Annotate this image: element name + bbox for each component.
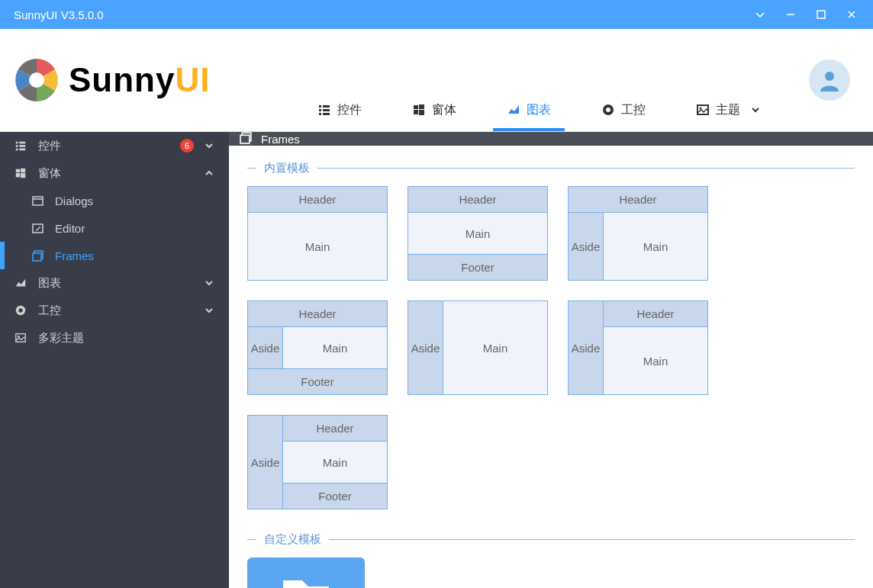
template-header-aside-main[interactable]: Header Aside Main xyxy=(568,186,708,281)
breadcrumb: Frames xyxy=(229,132,873,146)
section-title-label: 内置模板 xyxy=(264,161,310,175)
dash-icon xyxy=(247,168,256,169)
section-title-builtin: 内置模板 xyxy=(247,161,855,175)
tab-industrial[interactable]: 工控 xyxy=(588,92,659,131)
svg-rect-26 xyxy=(21,173,25,178)
image-icon xyxy=(696,103,710,117)
close-button[interactable] xyxy=(836,0,867,29)
tpl-header: Header xyxy=(569,187,707,213)
tab-label: 窗体 xyxy=(432,102,456,118)
svg-rect-36 xyxy=(240,135,250,143)
frames-icon xyxy=(31,249,44,262)
badge: 6 xyxy=(180,139,194,153)
tpl-aside: Aside xyxy=(408,301,443,394)
tpl-main: Main xyxy=(443,301,547,394)
tpl-aside: Aside xyxy=(248,416,283,509)
maximize-button[interactable] xyxy=(806,0,836,29)
title-bar: SunnyUI V3.5.0.0 xyxy=(0,0,873,29)
svg-rect-2 xyxy=(319,105,321,108)
tab-charts[interactable]: 图表 xyxy=(493,92,565,131)
tpl-main: Main xyxy=(283,442,387,483)
window-icon xyxy=(31,194,44,207)
list-icon xyxy=(317,103,331,117)
svg-rect-19 xyxy=(16,145,18,147)
avatar[interactable] xyxy=(809,59,850,101)
image-icon xyxy=(14,331,27,345)
dash-icon xyxy=(247,539,256,540)
list-icon xyxy=(14,139,27,153)
sidebar-item-industrial[interactable]: 工控 xyxy=(0,297,229,324)
tpl-header: Header xyxy=(248,301,387,327)
tpl-main: Main xyxy=(408,213,547,254)
sidebar-item-label: 图表 xyxy=(38,276,194,291)
tpl-aside: Aside xyxy=(569,301,604,394)
svg-rect-4 xyxy=(319,109,321,111)
line-icon xyxy=(329,539,855,540)
sidebar-item-label: 工控 xyxy=(38,304,194,318)
chart-icon xyxy=(507,103,520,117)
edit-icon xyxy=(31,221,44,235)
sidebar-item-label: Frames xyxy=(55,249,215,262)
svg-rect-23 xyxy=(16,169,20,172)
top-tabs: 控件 窗体 图表 工控 主题 xyxy=(304,92,774,131)
tab-controls[interactable]: 控件 xyxy=(304,92,375,131)
tpl-header: Header xyxy=(283,416,387,442)
tpl-header: Header xyxy=(248,187,387,213)
gauge-icon xyxy=(601,103,615,117)
svg-rect-21 xyxy=(16,149,18,151)
svg-rect-9 xyxy=(419,104,424,109)
template-header-main[interactable]: Header Main xyxy=(247,186,388,281)
svg-point-1 xyxy=(29,72,44,88)
folder-window-icon xyxy=(272,573,340,588)
template-aside-header-main-footer[interactable]: Aside Header Main Footer xyxy=(247,415,388,509)
content: Frames 内置模板 Header Main Header Main Foo xyxy=(229,132,873,588)
svg-rect-10 xyxy=(414,110,418,114)
svg-rect-5 xyxy=(323,109,330,111)
template-aside-header-main[interactable]: Aside Header Main xyxy=(568,300,708,395)
sidebar-item-editor[interactable]: Editor xyxy=(0,214,229,242)
sidebar-item-label: Dialogs xyxy=(55,194,215,207)
tpl-footer: Footer xyxy=(248,368,387,394)
sidebar-item-dialogs[interactable]: Dialogs xyxy=(0,187,229,214)
logo: SunnyUI xyxy=(14,57,210,103)
sidebar-item-theme[interactable]: 多彩主题 xyxy=(0,324,229,352)
svg-rect-25 xyxy=(16,173,20,177)
svg-point-13 xyxy=(606,108,610,112)
template-aside-main[interactable]: Aside Main xyxy=(408,300,548,395)
svg-rect-11 xyxy=(419,110,424,115)
tpl-aside: Aside xyxy=(248,327,283,368)
chevron-down-icon xyxy=(205,278,215,288)
sidebar-item-label: 多彩主题 xyxy=(38,331,215,345)
tab-label: 图表 xyxy=(527,102,551,118)
custom-template-tile[interactable] xyxy=(247,557,365,588)
sidebar-item-label: Editor xyxy=(55,222,215,235)
body: 控件 6 窗体 Dialogs Editor xyxy=(0,132,873,588)
svg-rect-0 xyxy=(817,11,825,18)
chart-icon xyxy=(14,276,27,290)
sidebar-item-forms[interactable]: 窗体 xyxy=(0,159,229,187)
logo-mark-icon xyxy=(14,57,60,103)
sidebar-item-charts[interactable]: 图表 xyxy=(0,269,229,297)
tpl-aside: Aside xyxy=(569,213,604,280)
svg-rect-18 xyxy=(19,142,25,144)
dropdown-button[interactable] xyxy=(745,0,775,29)
sidebar-item-controls[interactable]: 控件 6 xyxy=(0,132,229,159)
minimize-button[interactable] xyxy=(775,0,806,29)
tpl-main: Main xyxy=(248,213,387,280)
chevron-up-icon xyxy=(205,169,215,178)
window-title: SunnyUI V3.5.0.0 xyxy=(14,8,104,21)
sidebar-item-label: 窗体 xyxy=(38,166,194,181)
svg-rect-7 xyxy=(323,113,330,115)
svg-rect-20 xyxy=(19,145,25,147)
tab-forms[interactable]: 窗体 xyxy=(398,92,470,131)
svg-rect-3 xyxy=(323,105,330,108)
template-header-main-footer[interactable]: Header Main Footer xyxy=(408,186,548,281)
tab-theme[interactable]: 主题 xyxy=(682,92,774,131)
section-title-label: 自定义模板 xyxy=(264,532,321,547)
logo-text-main: Sunny xyxy=(69,61,175,98)
sidebar-item-frames[interactable]: Frames xyxy=(0,242,229,269)
template-header-aside-main-footer[interactable]: Header Aside Main Footer xyxy=(247,300,388,395)
svg-rect-17 xyxy=(16,142,18,144)
svg-point-16 xyxy=(825,72,834,81)
section-builtin: 内置模板 Header Main Header Main Footer Head… xyxy=(229,146,873,517)
